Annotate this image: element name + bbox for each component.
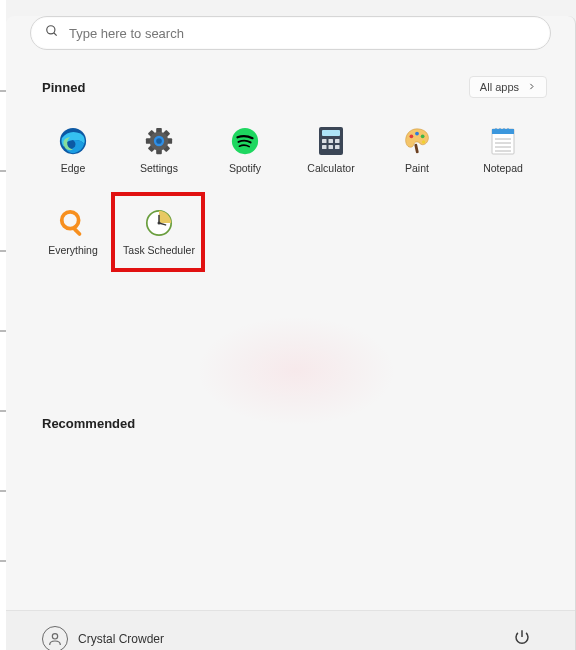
svg-rect-27 — [414, 144, 419, 154]
svg-rect-18 — [329, 139, 334, 143]
paint-icon — [401, 125, 433, 157]
task-scheduler-icon — [143, 207, 175, 239]
app-label: Everything — [48, 245, 98, 257]
svg-point-38 — [62, 212, 79, 229]
start-menu: Type here to search Pinned All apps — [6, 16, 576, 650]
search-input[interactable]: Type here to search — [30, 16, 551, 50]
all-apps-button[interactable]: All apps — [469, 76, 547, 98]
svg-point-25 — [421, 135, 425, 139]
svg-rect-16 — [322, 130, 340, 136]
edge-icon — [57, 125, 89, 157]
pinned-app-settings[interactable]: Settings — [116, 114, 202, 186]
svg-point-13 — [156, 138, 162, 144]
svg-point-44 — [52, 633, 57, 638]
power-icon — [513, 628, 531, 650]
everything-icon — [57, 207, 89, 239]
pinned-grid: Edge — [6, 106, 575, 268]
pinned-header: Pinned All apps — [6, 50, 575, 106]
app-label: Calculator — [307, 163, 354, 175]
svg-rect-39 — [72, 227, 82, 237]
app-label: Spotify — [229, 163, 261, 175]
app-label: Task Scheduler — [123, 245, 195, 257]
svg-rect-29 — [492, 129, 514, 134]
pinned-title: Pinned — [42, 80, 85, 95]
calculator-icon — [315, 125, 347, 157]
app-label: Notepad — [483, 163, 523, 175]
chevron-right-icon — [527, 81, 536, 93]
avatar-icon — [42, 626, 68, 651]
pinned-app-edge[interactable]: Edge — [30, 114, 116, 186]
pinned-app-calculator[interactable]: Calculator — [288, 114, 374, 186]
recommended-title: Recommended — [42, 416, 539, 431]
pinned-app-spotify[interactable]: Spotify — [202, 114, 288, 186]
svg-rect-19 — [335, 139, 340, 143]
svg-point-23 — [410, 135, 414, 139]
pinned-app-paint[interactable]: Paint — [374, 114, 460, 186]
svg-point-24 — [415, 132, 419, 136]
svg-rect-22 — [335, 145, 340, 149]
start-footer: Crystal Crowder — [6, 610, 575, 650]
pinned-app-everything[interactable]: Everything — [30, 196, 116, 268]
app-label: Paint — [405, 163, 429, 175]
svg-line-1 — [54, 33, 57, 36]
user-account-button[interactable]: Crystal Crowder — [42, 626, 164, 651]
all-apps-label: All apps — [480, 81, 519, 93]
svg-point-43 — [158, 222, 161, 225]
search-placeholder: Type here to search — [69, 26, 184, 41]
search-icon — [45, 24, 59, 42]
svg-point-0 — [47, 26, 55, 34]
pinned-app-notepad[interactable]: Notepad — [460, 114, 546, 186]
username-label: Crystal Crowder — [78, 632, 164, 646]
app-label: Edge — [61, 163, 86, 175]
gear-icon — [143, 125, 175, 157]
recommended-header: Recommended — [6, 408, 575, 439]
app-label: Settings — [140, 163, 178, 175]
svg-point-26 — [422, 141, 425, 144]
svg-rect-17 — [322, 139, 327, 143]
power-button[interactable] — [505, 622, 539, 651]
spotify-icon — [229, 125, 261, 157]
svg-rect-20 — [322, 145, 327, 149]
pinned-app-task-scheduler[interactable]: Task Scheduler — [116, 196, 202, 268]
notepad-icon — [487, 125, 519, 157]
svg-rect-21 — [329, 145, 334, 149]
